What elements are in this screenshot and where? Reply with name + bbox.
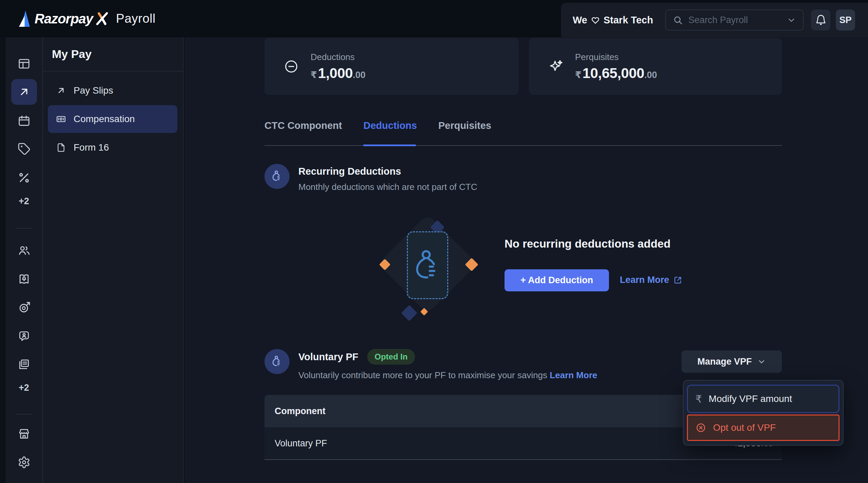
rail-divider bbox=[16, 414, 32, 414]
chevron-down-icon bbox=[757, 357, 766, 366]
notifications-button[interactable] bbox=[811, 9, 830, 31]
user-avatar[interactable]: SP bbox=[836, 9, 855, 31]
brand-logo[interactable]: Razorpay Payroll bbox=[19, 0, 156, 37]
bell-icon bbox=[815, 14, 827, 26]
people-icon[interactable] bbox=[18, 244, 31, 257]
sidebar-divider bbox=[43, 71, 183, 72]
money-bag-illustration bbox=[407, 231, 448, 299]
store-icon[interactable] bbox=[18, 427, 31, 440]
menu-item-modify-vpf-amount[interactable]: ₹ Modify VPF amount bbox=[687, 385, 840, 413]
column-header-component: Component bbox=[275, 406, 326, 417]
sidebar-item-form-16[interactable]: Form 16 bbox=[48, 134, 177, 161]
menu-item-opt-out-of-vpf[interactable]: Opt out of VPF bbox=[687, 414, 840, 441]
rupee-symbol: ₹ bbox=[575, 70, 581, 80]
tab-track bbox=[264, 145, 782, 146]
dashboard-icon[interactable] bbox=[18, 57, 31, 70]
card-label: Perquisites bbox=[575, 52, 657, 62]
percent-icon[interactable] bbox=[18, 171, 31, 184]
brand-name: Razorpay bbox=[35, 11, 93, 26]
rail-divider bbox=[16, 228, 32, 229]
external-link-icon bbox=[673, 276, 682, 285]
reports-icon[interactable] bbox=[18, 358, 31, 371]
heart-icon bbox=[591, 15, 600, 25]
perquisites-summary-card: Perquisites ₹10,65,000.00 bbox=[529, 38, 782, 95]
banknote-icon bbox=[56, 114, 66, 124]
policies-book-icon[interactable] bbox=[18, 273, 31, 286]
nav-rail-more-top[interactable]: +2 bbox=[19, 196, 29, 207]
tab-bar: CTC Component Deductions Perquisites bbox=[264, 120, 491, 141]
tab-active-indicator bbox=[363, 144, 416, 146]
sidebar-title: My Pay bbox=[52, 47, 92, 61]
chevron-down-icon[interactable] bbox=[787, 15, 796, 25]
voluntary-pf-header: Voluntary PF Opted In Voluntarily contri… bbox=[264, 349, 597, 381]
avatar-initials: SP bbox=[840, 15, 852, 25]
tab-perquisites[interactable]: Perquisites bbox=[438, 120, 491, 141]
brand-x bbox=[95, 12, 109, 25]
tab-ctc-component[interactable]: CTC Component bbox=[264, 120, 342, 141]
payroll-app: Razorpay Payroll We Stark Tech bbox=[0, 0, 868, 483]
section-title: Recurring Deductions bbox=[298, 166, 477, 177]
card-amount: ₹1,000.00 bbox=[311, 65, 366, 81]
recurring-deductions-header: Recurring Deductions Monthly deductions … bbox=[264, 164, 477, 192]
company-prefix: We bbox=[573, 15, 587, 26]
section-title: Voluntary PF bbox=[298, 351, 358, 363]
minus-circle-icon bbox=[283, 59, 299, 74]
company-name: Stark Tech bbox=[604, 15, 653, 26]
add-deduction-button[interactable]: + Add Deduction bbox=[505, 269, 609, 291]
sidebar-item-label: Compensation bbox=[74, 114, 135, 124]
global-search[interactable] bbox=[665, 9, 804, 31]
card-label: Deductions bbox=[311, 52, 366, 62]
nav-rail-more-bottom[interactable]: +2 bbox=[19, 383, 29, 393]
deductions-summary-card: Deductions ₹1,000.00 bbox=[264, 38, 519, 95]
target-arrow-icon[interactable] bbox=[18, 301, 31, 314]
vpf-learn-more-link[interactable]: Learn More bbox=[550, 370, 597, 380]
sparkles-icon bbox=[548, 59, 564, 74]
nav-rail-item-my-pay-active[interactable] bbox=[11, 79, 37, 105]
manage-vpf-dropdown: ₹ Modify VPF amount Opt out of VPF bbox=[683, 380, 844, 446]
header-right-panel: We Stark Tech SP bbox=[561, 3, 868, 37]
file-icon bbox=[56, 142, 66, 153]
money-bag-icon bbox=[264, 349, 290, 374]
rupee-icon: ₹ bbox=[695, 393, 702, 405]
arrow-up-right-icon bbox=[56, 85, 66, 96]
sidebar-item-label: Form 16 bbox=[74, 142, 109, 153]
gear-icon[interactable] bbox=[18, 456, 31, 469]
manage-vpf-button[interactable]: Manage VPF bbox=[682, 350, 782, 373]
opted-in-badge: Opted In bbox=[367, 349, 415, 365]
product-name: Payroll bbox=[116, 12, 156, 26]
main-content: Deductions ₹1,000.00 Perquisites ₹10,65,… bbox=[184, 37, 868, 483]
company-switcher[interactable]: We Stark Tech bbox=[573, 15, 653, 26]
top-bar: Razorpay Payroll We Stark Tech bbox=[0, 0, 868, 37]
sidebar-item-pay-slips[interactable]: Pay Slips bbox=[48, 77, 177, 104]
sidebar: My Pay Pay Slips Compensation Form 16 bbox=[43, 37, 184, 483]
tag-icon[interactable] bbox=[18, 142, 31, 155]
section-subtitle: Voluntarily contribute more to your PF t… bbox=[298, 370, 597, 381]
money-bag-icon bbox=[264, 164, 290, 189]
circle-x-icon bbox=[695, 422, 706, 433]
calendar-icon[interactable] bbox=[18, 114, 31, 127]
empty-state-title: No recurring deductions added bbox=[505, 237, 671, 250]
section-subtitle: Monthly deductions which are not part of… bbox=[298, 182, 477, 192]
tab-deductions[interactable]: Deductions bbox=[363, 120, 417, 141]
support-chat-icon[interactable] bbox=[18, 330, 31, 343]
razorpay-logo-icon bbox=[19, 11, 30, 27]
rupee-symbol: ₹ bbox=[311, 70, 317, 80]
sidebar-item-label: Pay Slips bbox=[74, 85, 113, 96]
search-input[interactable] bbox=[688, 15, 787, 25]
search-icon bbox=[673, 15, 683, 25]
decor-diamond bbox=[401, 305, 417, 321]
card-amount: ₹10,65,000.00 bbox=[575, 65, 657, 81]
recurring-learn-more-link[interactable]: Learn More bbox=[620, 275, 682, 285]
nav-rail: +2 +2 bbox=[5, 37, 43, 483]
row-component-name: Voluntary PF bbox=[275, 438, 327, 449]
sidebar-item-compensation[interactable]: Compensation bbox=[48, 105, 177, 133]
arrow-up-right-icon bbox=[18, 85, 31, 98]
